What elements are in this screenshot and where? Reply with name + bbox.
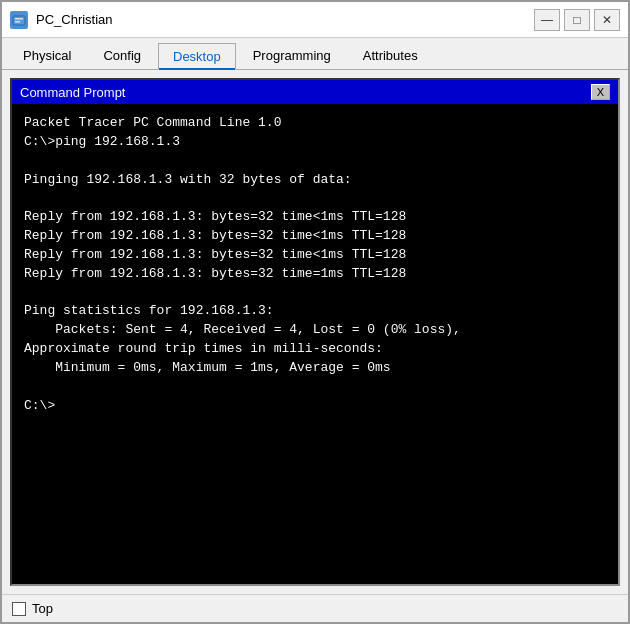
cmd-titlebar: Command Prompt X bbox=[12, 80, 618, 104]
svg-rect-0 bbox=[13, 16, 25, 25]
window-icon bbox=[10, 11, 28, 29]
cmd-output[interactable]: Packet Tracer PC Command Line 1.0 C:\>pi… bbox=[12, 104, 618, 584]
tab-physical[interactable]: Physical bbox=[8, 42, 86, 69]
tab-content: Command Prompt X Packet Tracer PC Comman… bbox=[2, 70, 628, 594]
tab-programming[interactable]: Programming bbox=[238, 42, 346, 69]
svg-rect-1 bbox=[15, 18, 23, 20]
close-button[interactable]: ✕ bbox=[594, 9, 620, 31]
window-controls: — □ ✕ bbox=[534, 9, 620, 31]
svg-rect-2 bbox=[15, 21, 20, 23]
top-checkbox[interactable] bbox=[12, 602, 26, 616]
tab-desktop[interactable]: Desktop bbox=[158, 43, 236, 70]
tab-bar: Physical Config Desktop Programming Attr… bbox=[2, 38, 628, 70]
tab-config[interactable]: Config bbox=[88, 42, 156, 69]
cmd-title-label: Command Prompt bbox=[20, 85, 125, 100]
title-bar: PC_Christian — □ ✕ bbox=[2, 2, 628, 38]
maximize-button[interactable]: □ bbox=[564, 9, 590, 31]
main-window: PC_Christian — □ ✕ Physical Config Deskt… bbox=[0, 0, 630, 624]
window-title: PC_Christian bbox=[36, 12, 534, 27]
top-label: Top bbox=[32, 601, 53, 616]
tab-attributes[interactable]: Attributes bbox=[348, 42, 433, 69]
minimize-button[interactable]: — bbox=[534, 9, 560, 31]
cmd-close-button[interactable]: X bbox=[591, 84, 610, 100]
bottom-bar: Top bbox=[2, 594, 628, 622]
command-prompt-window: Command Prompt X Packet Tracer PC Comman… bbox=[10, 78, 620, 586]
